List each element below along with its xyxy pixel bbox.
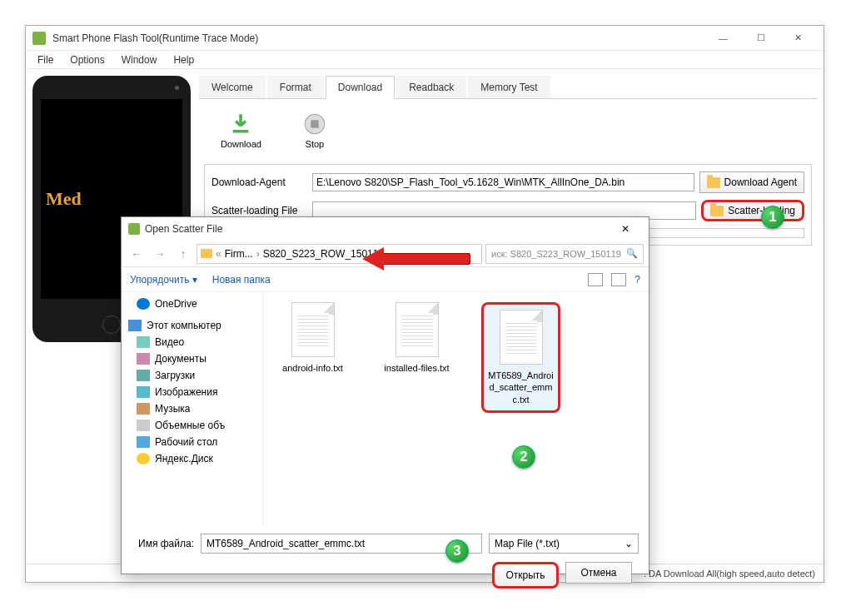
titlebar: Smart Phone Flash Tool(Runtime Trace Mod… bbox=[26, 26, 824, 51]
dialog-footer: Имя файла: Map File (*.txt) ⌄ Открыть От… bbox=[122, 525, 649, 597]
download-agent-row: Download-Agent Download Agent bbox=[212, 171, 804, 193]
video-icon bbox=[137, 336, 150, 348]
maximize-button[interactable]: ☐ bbox=[742, 27, 779, 50]
sidebar: OneDrive Этот компьютер Видео Документы … bbox=[122, 292, 263, 525]
nav-up-button[interactable]: ↑ bbox=[173, 244, 193, 264]
search-input[interactable]: иск: S820_S223_ROW_150119 🔍 bbox=[485, 244, 644, 264]
search-placeholder: иск: S820_S223_ROW_150119 bbox=[491, 249, 621, 259]
yandex-disk-icon bbox=[137, 453, 150, 464]
file-pane[interactable]: android-info.txt installed-files.txt MT6… bbox=[263, 292, 649, 525]
stop-icon bbox=[303, 112, 326, 136]
file-installed-files[interactable]: installed-files.txt bbox=[377, 302, 456, 374]
dialog-titlebar: Open Scatter File ✕ bbox=[122, 217, 649, 241]
dialog-body: OneDrive Этот компьютер Видео Документы … bbox=[122, 292, 649, 525]
phone-camera-icon bbox=[175, 86, 179, 90]
crumb-firm[interactable]: Firm... bbox=[225, 248, 253, 260]
file-android-info[interactable]: android-info.txt bbox=[273, 302, 352, 374]
dialog-icon bbox=[128, 223, 140, 235]
svg-rect-2 bbox=[311, 120, 318, 127]
svg-rect-0 bbox=[233, 130, 249, 133]
help-button[interactable]: ? bbox=[635, 274, 640, 286]
phone-brand-text: Med bbox=[46, 188, 82, 210]
desktop-icon bbox=[137, 436, 150, 448]
sidebar-yandex-disk[interactable]: Яндекс.Диск bbox=[122, 450, 262, 467]
text-file-icon bbox=[291, 302, 335, 357]
file-scatter-emmc[interactable]: MT6589_Android_scatter_emmc.txt bbox=[481, 302, 560, 413]
dialog-close-button[interactable]: ✕ bbox=[609, 223, 642, 235]
footer-buttons: Открыть Отмена bbox=[132, 562, 639, 589]
file-label: installed-files.txt bbox=[384, 362, 449, 374]
minimize-button[interactable]: — bbox=[704, 27, 742, 50]
close-button[interactable]: ✕ bbox=[779, 27, 817, 50]
status-text: : DA Download All(high speed,auto detect… bbox=[644, 569, 815, 579]
text-file-icon bbox=[500, 310, 543, 365]
tab-download[interactable]: Download bbox=[326, 76, 395, 99]
nav-forward-button[interactable]: → bbox=[150, 244, 170, 264]
tab-format[interactable]: Format bbox=[267, 76, 324, 98]
view-options-button[interactable] bbox=[588, 273, 603, 286]
da-input[interactable] bbox=[312, 173, 694, 191]
menu-options[interactable]: Options bbox=[62, 52, 112, 67]
sidebar-images[interactable]: Изображения bbox=[122, 384, 262, 400]
filetype-select[interactable]: Map File (*.txt) ⌄ bbox=[489, 534, 639, 554]
menu-file[interactable]: File bbox=[29, 52, 62, 67]
da-btn-label: Download Agent bbox=[724, 176, 797, 188]
download-icon bbox=[229, 112, 252, 136]
crumb-sep: › bbox=[256, 248, 260, 260]
open-file-dialog: Open Scatter File ✕ ← → ↑ « Firm... › S8… bbox=[121, 216, 649, 574]
pc-icon bbox=[128, 320, 142, 331]
cancel-button[interactable]: Отмена bbox=[565, 562, 632, 584]
tab-welcome[interactable]: Welcome bbox=[199, 76, 266, 98]
nav-back-button[interactable]: ← bbox=[127, 244, 147, 264]
phone-home-icon bbox=[102, 315, 121, 334]
sidebar-music[interactable]: Музыка bbox=[122, 400, 262, 417]
window-title: Smart Phone Flash Tool(Runtime Trace Mod… bbox=[52, 32, 704, 44]
download-button[interactable]: Download bbox=[221, 112, 261, 149]
objects-icon bbox=[137, 420, 150, 431]
downloads-icon bbox=[137, 370, 150, 381]
stop-label: Stop bbox=[306, 139, 325, 149]
music-icon bbox=[137, 403, 150, 415]
sidebar-video[interactable]: Видео bbox=[122, 334, 262, 350]
app-icon bbox=[32, 32, 46, 45]
organize-button[interactable]: Упорядочить ▾ bbox=[130, 274, 197, 286]
filename-row: Имя файла: Map File (*.txt) ⌄ bbox=[132, 534, 639, 554]
download-label: Download bbox=[221, 139, 261, 149]
documents-icon bbox=[137, 353, 150, 365]
images-icon bbox=[137, 386, 150, 398]
folder-icon bbox=[710, 206, 724, 216]
da-label: Download-Agent bbox=[212, 176, 307, 188]
tab-memory-test[interactable]: Memory Test bbox=[468, 76, 550, 98]
sidebar-3d-objects[interactable]: Объемные объ bbox=[122, 417, 262, 434]
sidebar-this-pc[interactable]: Этот компьютер bbox=[122, 317, 262, 334]
step-badge-3: 3 bbox=[445, 539, 469, 563]
file-label: MT6589_Android_scatter_emmc.txt bbox=[487, 370, 555, 405]
stop-button[interactable]: Stop bbox=[303, 112, 326, 149]
scatter-loading-button[interactable]: Scatter-loading bbox=[701, 200, 804, 221]
sidebar-downloads[interactable]: Загрузки bbox=[122, 367, 262, 384]
download-agent-button[interactable]: Download Agent bbox=[699, 171, 804, 193]
new-folder-button[interactable]: Новая папка bbox=[212, 274, 271, 286]
filename-input[interactable] bbox=[201, 534, 482, 554]
action-row: Download Stop bbox=[204, 107, 812, 161]
crumb-sep: « bbox=[216, 248, 221, 260]
dialog-title: Open Scatter File bbox=[145, 223, 609, 235]
tab-readback[interactable]: Readback bbox=[396, 76, 466, 98]
menubar: File Options Window Help bbox=[26, 51, 824, 69]
view-details-button[interactable] bbox=[611, 273, 626, 286]
onedrive-icon bbox=[137, 298, 150, 310]
scatter-label: Scatter-loading File bbox=[212, 205, 307, 216]
menu-window[interactable]: Window bbox=[113, 52, 166, 67]
sidebar-documents[interactable]: Документы bbox=[122, 350, 262, 367]
open-button[interactable]: Открыть bbox=[492, 562, 559, 589]
window-controls: — ☐ ✕ bbox=[704, 27, 817, 50]
sidebar-desktop[interactable]: Рабочий стол bbox=[122, 434, 262, 450]
filename-label: Имя файла: bbox=[132, 538, 194, 549]
toolbar-right: ? bbox=[588, 273, 640, 286]
folder-icon bbox=[201, 249, 212, 258]
tab-bar: Welcome Format Download Readback Memory … bbox=[199, 76, 817, 99]
menu-help[interactable]: Help bbox=[165, 52, 202, 67]
sidebar-onedrive[interactable]: OneDrive bbox=[122, 296, 262, 312]
dialog-toolbar: Упорядочить ▾ Новая папка ? bbox=[122, 267, 649, 292]
search-icon: 🔍 bbox=[626, 248, 638, 259]
